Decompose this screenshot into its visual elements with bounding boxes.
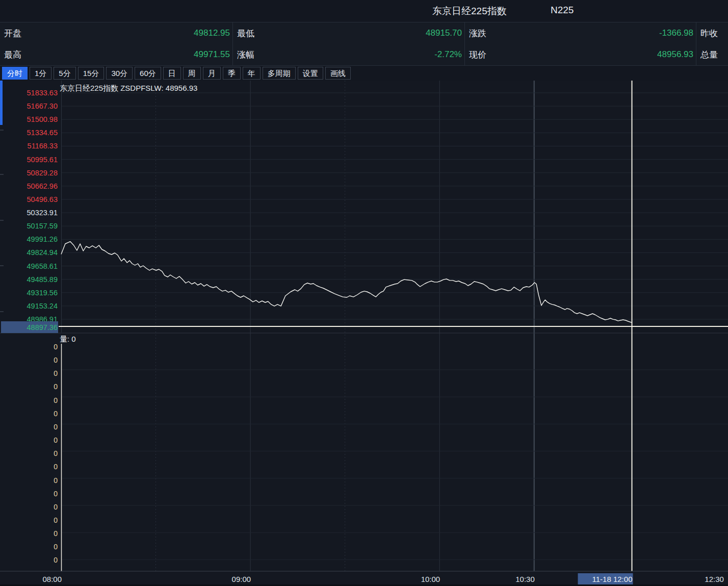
volume-axis-label: 0 <box>54 343 58 351</box>
chart-area: 51833.6351667.3051500.9851334.6551168.33… <box>0 81 728 586</box>
quote-change-pct: 涨幅 -2.72% <box>232 44 464 65</box>
volume-axis-label: 0 <box>54 410 58 418</box>
volume-axis-label: 0 <box>54 490 58 498</box>
tab-period-0[interactable]: 分时 <box>2 67 28 80</box>
volume-axis-label: 0 <box>54 369 58 377</box>
volume-value-label: 量: 0 <box>60 335 76 343</box>
quote-last-value: 48956.93 <box>657 49 696 60</box>
time-axis-label: 10:00 <box>421 575 440 583</box>
quote-last-label: 现价 <box>465 49 486 61</box>
price-axis-label: 51500.98 <box>27 115 58 123</box>
quote-high-value: 49971.55 <box>194 49 232 60</box>
price-axis-label: 50995.61 <box>27 156 58 164</box>
instrument-title: 东京日经225指数 <box>432 5 507 18</box>
quote-open: 开盘 49812.95 <box>0 22 232 44</box>
tab-period-5[interactable]: 60分 <box>135 67 161 80</box>
volume-axis-label: 0 <box>54 503 58 511</box>
period-tabs: 分时1分5分15分30分60分日周月季年多周期设置画线 <box>0 66 728 81</box>
volume-axis-label: 0 <box>54 383 58 391</box>
tab-period-8[interactable]: 月 <box>203 67 221 80</box>
price-axis-label: 49658.61 <box>27 262 58 270</box>
price-axis-label: 49319.56 <box>27 289 58 297</box>
tab-period-12[interactable]: 设置 <box>298 67 323 80</box>
price-axis-label: 50323.91 <box>27 209 58 217</box>
price-axis-label: 49153.24 <box>27 302 58 310</box>
quote-total-volume-label: 总量 <box>696 49 718 61</box>
time-axis-label: 10:30 <box>515 575 535 583</box>
tab-period-1[interactable]: 1分 <box>30 67 51 80</box>
price-axis-label: 51667.30 <box>27 102 58 110</box>
tab-period-13[interactable]: 画线 <box>325 67 351 80</box>
quote-open-value: 49812.95 <box>194 28 232 38</box>
left-scrollbar-thumb[interactable] <box>0 81 3 125</box>
time-axis-label: 08:00 <box>42 575 62 583</box>
quote-change: 涨跌 -1366.98 <box>464 22 696 44</box>
tab-period-4[interactable]: 30分 <box>106 67 133 80</box>
price-axis-label: 50157.59 <box>27 222 58 230</box>
tab-period-7[interactable]: 周 <box>183 67 201 80</box>
price-axis-label: 51334.65 <box>27 129 58 137</box>
volume-axis-label: 0 <box>54 529 58 538</box>
quote-low-label: 最低 <box>233 28 254 39</box>
price-axis-label: 51833.63 <box>27 89 58 97</box>
tab-period-2[interactable]: 5分 <box>54 67 75 80</box>
price-line <box>61 242 632 323</box>
quote-change-pct-value: -2.72% <box>434 49 464 60</box>
volume-axis-label: 0 <box>54 476 58 485</box>
volume-axis-label: 0 <box>54 463 58 471</box>
chart-legend: 东京日经225指数 ZSDPFSLW: 48956.93 <box>60 84 197 92</box>
crosshair-time-label: 11-18 12:00 <box>592 575 633 583</box>
tab-period-9[interactable]: 季 <box>223 67 241 80</box>
price-axis-label: 49824.94 <box>27 248 58 257</box>
title-bar: 东京日经225指数 N225 <box>0 0 728 22</box>
price-axis-label: 50829.28 <box>27 169 58 177</box>
app-window: 东京日经225指数 N225 开盘 49812.95 最低 48915.70 涨… <box>0 0 728 586</box>
instrument-symbol: N225 <box>551 5 574 16</box>
quote-change-label: 涨跌 <box>465 28 486 39</box>
volume-axis-label: 0 <box>54 449 58 457</box>
quote-low: 最低 48915.70 <box>232 22 464 44</box>
price-axis-label: 49485.89 <box>27 275 58 284</box>
quote-high-label: 最高 <box>0 49 21 61</box>
quote-high: 最高 49971.55 <box>0 44 232 65</box>
quote-total-volume: 总量 <box>696 44 728 65</box>
quote-change-value: -1366.98 <box>659 28 696 38</box>
price-axis-label: 50496.63 <box>27 195 58 203</box>
quote-change-pct-label: 涨幅 <box>233 49 254 61</box>
volume-axis-label: 0 <box>54 436 58 444</box>
time-axis-label: 12:30 <box>705 575 724 583</box>
volume-axis-label: 0 <box>54 556 58 564</box>
crosshair-price-label: 48897.36 <box>27 323 58 332</box>
quote-prev-close-label: 昨收 <box>696 28 718 39</box>
quote-prev-close: 昨收 <box>696 22 728 44</box>
volume-axis-label: 0 <box>54 543 58 551</box>
tab-period-3[interactable]: 15分 <box>78 67 105 80</box>
tab-period-10[interactable]: 年 <box>243 67 261 80</box>
price-axis-label: 50662.96 <box>27 182 58 190</box>
volume-axis-label: 0 <box>54 396 58 404</box>
intraday-chart[interactable]: 51833.6351667.3051500.9851334.6551168.33… <box>0 81 728 586</box>
volume-axis-label: 0 <box>54 356 58 364</box>
quote-panel: 开盘 49812.95 最低 48915.70 涨跌 -1366.98 昨收 最… <box>0 22 728 66</box>
quote-open-label: 开盘 <box>0 28 21 39</box>
volume-axis-label: 0 <box>54 423 58 431</box>
tab-period-6[interactable]: 日 <box>163 67 181 80</box>
price-axis-label: 49991.26 <box>27 235 58 243</box>
tab-period-11[interactable]: 多周期 <box>263 67 296 80</box>
quote-last: 现价 48956.93 <box>464 44 696 65</box>
time-axis-label: 09:00 <box>232 575 251 583</box>
volume-axis-label: 0 <box>54 516 58 524</box>
quote-low-value: 48915.70 <box>426 28 464 38</box>
price-axis-label: 51168.33 <box>28 142 58 150</box>
